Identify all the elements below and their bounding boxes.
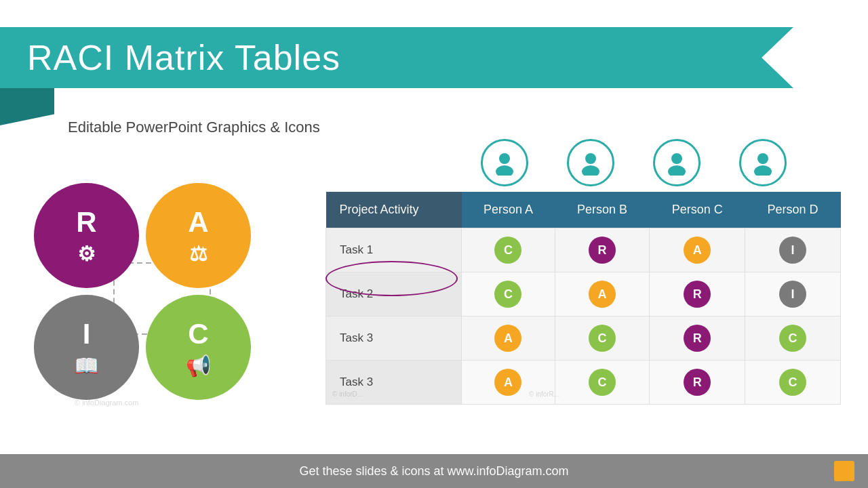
col-person-a: Person A bbox=[462, 192, 555, 228]
table-row: Task 3ACRC bbox=[326, 361, 841, 405]
watermark-1: © infoDiagram.com bbox=[75, 399, 138, 407]
task-cell: Task 1 bbox=[326, 228, 462, 272]
footer: Get these slides & icons at www.infoDiag… bbox=[0, 454, 868, 488]
badge-i: I bbox=[779, 237, 806, 264]
avatar-icon-b bbox=[567, 139, 614, 186]
col-activity: Project Activity bbox=[326, 192, 462, 228]
left-accent-decoration bbox=[0, 88, 54, 125]
header-banner: RACI Matrix Tables bbox=[0, 27, 793, 88]
svg-point-1 bbox=[499, 153, 510, 164]
cell-r3-c3: C bbox=[745, 361, 841, 405]
badge-r: R bbox=[589, 237, 616, 264]
raci-i-circle: I 📖 bbox=[34, 295, 139, 400]
raci-c-circle: C 📢 bbox=[146, 295, 251, 400]
cell-r1-c3: I bbox=[745, 272, 841, 317]
svg-point-8 bbox=[754, 165, 772, 176]
cell-r2-c3: C bbox=[745, 317, 841, 361]
avatar-icon-d bbox=[739, 139, 787, 186]
cell-r0-c2: A bbox=[650, 228, 745, 272]
badge-r: R bbox=[684, 325, 711, 352]
badge-c: C bbox=[589, 369, 616, 396]
avatar-person-b bbox=[547, 139, 633, 186]
cell-r0-c1: R bbox=[555, 228, 649, 272]
raci-r-circle: R ⚙ bbox=[34, 183, 139, 288]
raci-matrix-table: Project Activity Person A Person B Perso… bbox=[326, 192, 841, 405]
avatar-icon-a bbox=[481, 139, 528, 186]
svg-point-6 bbox=[668, 165, 686, 176]
table-row: Task 3ACRC bbox=[326, 317, 841, 361]
footer-text: Get these slides & icons at www.infoDiag… bbox=[299, 464, 568, 479]
svg-point-3 bbox=[585, 153, 596, 164]
subtitle: Editable PowerPoint Graphics & Icons bbox=[68, 119, 320, 136]
cell-r1-c1: A bbox=[555, 272, 649, 317]
svg-point-7 bbox=[757, 153, 768, 164]
badge-a: A bbox=[494, 369, 521, 396]
table-row: Task 2CARI bbox=[326, 272, 841, 317]
cell-r0-c0: C bbox=[462, 228, 555, 272]
col-person-b: Person B bbox=[555, 192, 649, 228]
i-icon: 📖 bbox=[74, 354, 99, 378]
svg-point-2 bbox=[496, 165, 513, 176]
col-person-c: Person C bbox=[650, 192, 745, 228]
badge-r: R bbox=[684, 281, 711, 308]
avatars-row bbox=[461, 139, 841, 186]
cell-r2-c2: R bbox=[650, 317, 745, 361]
cell-r1-c2: R bbox=[650, 272, 745, 317]
r-icon: ⚙ bbox=[77, 242, 96, 266]
page-title: RACI Matrix Tables bbox=[27, 37, 340, 78]
table-row: Task 1CRAI bbox=[326, 228, 841, 272]
avatar-icon-c bbox=[653, 139, 701, 186]
watermark-3: © inforR... bbox=[529, 390, 559, 398]
a-icon: ⚖ bbox=[189, 242, 208, 266]
cell-r3-c1: C bbox=[555, 361, 649, 405]
badge-r: R bbox=[684, 369, 711, 396]
cell-r2-c0: A bbox=[462, 317, 555, 361]
task-cell: Task 3 bbox=[326, 317, 462, 361]
badge-a: A bbox=[494, 325, 521, 352]
badge-c: C bbox=[589, 325, 616, 352]
avatar-person-a bbox=[461, 139, 547, 186]
raci-a-circle: A ⚖ bbox=[146, 183, 251, 288]
badge-a: A bbox=[684, 237, 711, 264]
badge-c: C bbox=[494, 281, 521, 308]
badge-c: C bbox=[494, 237, 521, 264]
cell-r3-c2: R bbox=[650, 361, 745, 405]
c-icon: 📢 bbox=[186, 354, 211, 378]
badge-a: A bbox=[589, 281, 616, 308]
avatar-person-c bbox=[633, 139, 719, 186]
svg-point-5 bbox=[671, 153, 682, 164]
badge-c: C bbox=[779, 325, 806, 352]
footer-logo-square bbox=[834, 461, 854, 481]
badge-i: I bbox=[779, 281, 806, 308]
svg-point-4 bbox=[582, 165, 599, 176]
task-cell: Task 2 bbox=[326, 272, 462, 317]
col-person-d: Person D bbox=[745, 192, 841, 228]
cell-r2-c1: C bbox=[555, 317, 649, 361]
badge-c: C bbox=[779, 369, 806, 396]
cell-r0-c3: I bbox=[745, 228, 841, 272]
raci-table-section: Project Activity Person A Person B Perso… bbox=[326, 139, 841, 405]
watermark-2: © inforD... bbox=[332, 390, 363, 398]
table-header-row: Project Activity Person A Person B Perso… bbox=[326, 192, 841, 228]
cell-r1-c0: C bbox=[462, 272, 555, 317]
avatar-person-d bbox=[719, 139, 806, 186]
raci-diagram: R ⚙ A ⚖ I 📖 C 📢 © infoDiagram.com bbox=[34, 183, 292, 413]
